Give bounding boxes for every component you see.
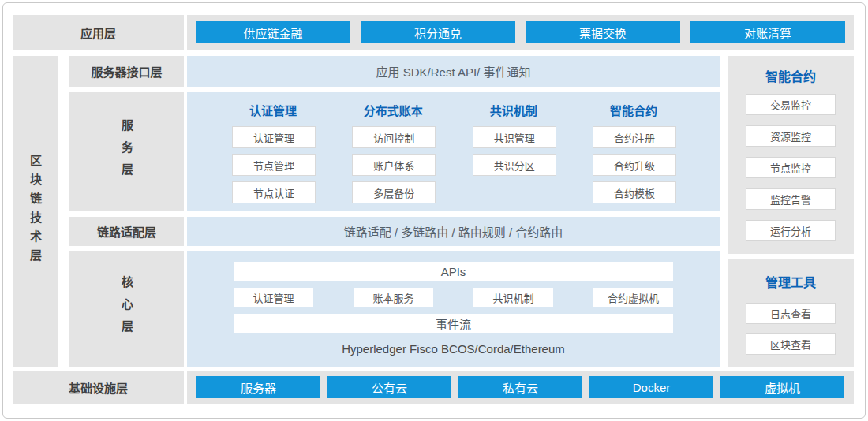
service-column-contract: 智能合约 合约注册 合约升级 合约模板 (593, 103, 675, 203)
service-item: 合约注册 (593, 126, 676, 148)
monitor-item-transaction: 交易监控 (746, 94, 836, 115)
tools-panel: 管理工具 日志查看 区块查看 (728, 259, 854, 367)
service-column-consensus: 共识机制 共识管理 共识分区 (473, 103, 555, 203)
core-layer-label: 核心层 (69, 251, 184, 367)
tool-item-block-view: 区块查看 (746, 333, 836, 355)
infra-block-public-cloud: 公有云 (327, 376, 451, 398)
infra-block-private-cloud: 私有云 (458, 376, 582, 398)
core-platforms-text: Hyperledger Fisco BCOS/Corda/Ethereum (234, 342, 673, 356)
blockchain-layer-label-text: 区块链技术层 (27, 155, 43, 268)
service-column-ledger-title: 分布式账本 (352, 103, 434, 119)
service-item: 多层备份 (352, 181, 436, 203)
core-apis-bar: APIs (234, 262, 673, 281)
core-event-stream-bar: 事件流 (234, 314, 673, 333)
sdk-api-bar: 应用 SDK/Rest API/ 事件通知 (187, 56, 720, 87)
blockchain-layer-bar: 区块链技术层 (13, 56, 58, 367)
service-item: 合约升级 (593, 154, 676, 176)
infrastructure-layer-strip: 服务器 公有云 私有云 Docker 虚拟机 (187, 371, 854, 404)
service-item: 认证管理 (232, 126, 316, 148)
infra-block-docker: Docker (589, 376, 713, 398)
service-item: 共识管理 (473, 126, 556, 148)
core-layer-label-text: 核心层 (118, 276, 135, 342)
infrastructure-layer-label-text: 基础设施层 (69, 379, 128, 396)
app-block-bill-exchange: 票据交换 (526, 21, 680, 43)
core-module-consensus: 共识机制 (473, 288, 553, 307)
adapter-layer-label-text: 链路适配层 (97, 223, 156, 240)
app-block-points-exchange: 积分通兑 (361, 21, 515, 43)
service-layer-label-text: 服务层 (118, 119, 135, 185)
service-item: 访问控制 (352, 126, 436, 148)
tool-item-log-view: 日志查看 (746, 303, 836, 324)
service-column-auth: 认证管理 认证管理 节点管理 节点认证 (232, 103, 314, 203)
service-column-consensus-title: 共识机制 (473, 103, 555, 119)
service-layer-box: 认证管理 认证管理 节点管理 节点认证 分布式账本 访问控制 账户体系 多层备份… (187, 92, 720, 211)
core-layer-box: APIs 认证管理 账本服务 共识机制 合约虚拟机 事件流 Hyperledge… (187, 251, 720, 367)
adapter-layer-label: 链路适配层 (69, 217, 184, 246)
core-module-auth: 认证管理 (234, 288, 313, 307)
infrastructure-layer-label: 基础设施层 (13, 371, 184, 404)
monitor-panel: 智能合约 交易监控 资源监控 节点监控 监控告警 运行分析 (728, 56, 854, 254)
architecture-diagram: 应用层 供应链金融 积分通兑 票据交换 对账清算 区块链技术层 服务器接口层 应… (0, 0, 868, 421)
monitor-item-resource: 资源监控 (746, 125, 836, 147)
service-item: 节点管理 (232, 154, 316, 176)
service-item: 节点认证 (232, 181, 316, 203)
monitor-item-node: 节点监控 (746, 157, 836, 178)
monitor-item-alert: 监控告警 (746, 188, 836, 210)
tools-panel-title: 管理工具 (765, 275, 816, 291)
interface-layer-label: 服务器接口层 (69, 56, 184, 87)
infra-block-server: 服务器 (196, 376, 320, 398)
service-item: 共识分区 (473, 154, 556, 176)
core-module-contract-vm: 合约虚拟机 (593, 288, 673, 307)
app-block-supply-chain-finance: 供应链金融 (196, 21, 350, 43)
adapter-bar: 链路适配 / 多链路由 / 路由规则 / 合约路由 (187, 217, 720, 246)
infra-block-vm: 虚拟机 (720, 376, 844, 398)
monitor-item-analysis: 运行分析 (746, 220, 836, 241)
service-column-contract-title: 智能合约 (593, 103, 675, 119)
monitor-panel-title: 智能合约 (765, 69, 816, 85)
adapter-bar-text: 链路适配 / 多链路由 / 路由规则 / 合约路由 (344, 223, 563, 240)
application-layer-strip: 供应链金融 积分通兑 票据交换 对账清算 (187, 15, 854, 50)
application-layer-label-text: 应用层 (80, 24, 116, 41)
service-column-ledger: 分布式账本 访问控制 账户体系 多层备份 (352, 103, 434, 203)
service-layer-label: 服务层 (69, 92, 184, 211)
application-layer-label: 应用层 (13, 15, 184, 50)
interface-layer-label-text: 服务器接口层 (91, 63, 162, 80)
sdk-api-bar-text: 应用 SDK/Rest API/ 事件通知 (376, 63, 531, 80)
app-block-reconciliation: 对账清算 (690, 21, 845, 43)
service-column-auth-title: 认证管理 (232, 103, 314, 119)
service-item: 合约模板 (593, 181, 676, 203)
core-module-ledger: 账本服务 (354, 288, 433, 307)
service-item: 账户体系 (352, 154, 436, 176)
